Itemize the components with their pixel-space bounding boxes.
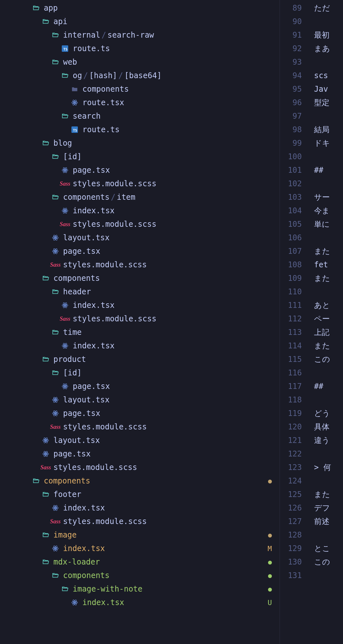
tree-item[interactable]: layout.tsx [23,393,280,407]
tree-item[interactable]: components [23,271,280,285]
tree-item[interactable]: og/[hash]/[base64] [23,69,280,82]
code-line[interactable]: ## [314,163,343,177]
code-line[interactable]: また [314,271,343,285]
code-line[interactable] [314,569,343,582]
tree-item[interactable]: index.tsxU [23,596,280,609]
code-line[interactable]: 上記 [314,326,343,339]
tree-item[interactable]: internal/search-raw [23,28,280,42]
tree-item[interactable]: index.tsx [23,299,280,312]
code-line[interactable]: 今ま [314,204,343,217]
tree-item[interactable]: Sassstyles.module.scss [23,258,280,271]
tree-item[interactable]: app [23,1,280,15]
tree-item[interactable]: TSroute.ts [23,42,280,55]
tree-item-label: styles.module.scss [63,517,147,526]
tree-item[interactable]: mdx-loader [23,555,280,569]
tree-item-label: route.tsx [82,98,124,107]
code-line[interactable]: とこ [314,542,343,555]
tree-item[interactable]: image [23,528,280,542]
code-line[interactable] [314,528,343,542]
code-line[interactable]: 単に [314,217,343,231]
tree-item[interactable]: page.tsx [23,447,280,461]
code-area[interactable]: ただ最初まあscsJav型定結局ドキ## サー今ま単にまたfetまたあとペー上記… [309,0,343,644]
code-line[interactable] [314,474,343,488]
tree-item[interactable]: Sassstyles.module.scss [23,312,280,326]
code-line[interactable]: サー [314,190,343,204]
tree-item[interactable]: [id] [23,366,280,380]
tree-item[interactable]: TSroute.ts [23,123,280,136]
tree-item[interactable]: web [23,55,280,69]
code-line[interactable]: > 何 [314,461,343,474]
code-line[interactable]: 最初 [314,28,343,42]
tree-item[interactable]: components [23,82,280,96]
tree-item[interactable]: Sassstyles.module.scss [23,217,280,231]
code-line[interactable]: 具体 [314,420,343,434]
tree-item[interactable]: page.tsx [23,407,280,420]
code-line[interactable]: fet [314,258,343,271]
code-line[interactable]: 結局 [314,123,343,136]
code-line[interactable] [314,231,343,244]
code-line[interactable] [314,15,343,28]
code-line[interactable]: 型定 [314,96,343,109]
tree-item[interactable]: page.tsx [23,380,280,393]
folder-open-icon [42,558,50,566]
tree-item[interactable]: components [23,474,280,488]
code-line[interactable]: 前述 [314,515,343,528]
code-line[interactable]: デフ [314,501,343,515]
code-line[interactable]: まあ [314,42,343,55]
code-line[interactable] [314,55,343,69]
tree-item[interactable]: page.tsx [23,163,280,177]
tree-item[interactable]: components/item [23,190,280,204]
folder-open-icon [42,491,50,498]
code-line[interactable]: Jav [314,82,343,96]
svg-point-47 [45,453,46,454]
code-line[interactable] [314,109,343,123]
code-line[interactable]: ただ [314,1,343,15]
tree-item[interactable]: search [23,109,280,123]
tree-item[interactable]: header [23,285,280,299]
tree-item[interactable]: blog [23,136,280,150]
tree-item[interactable]: api [23,15,280,28]
code-line[interactable]: ペー [314,312,343,326]
tree-item[interactable]: layout.tsx [23,434,280,447]
tree-item[interactable]: index.tsx [23,501,280,515]
tree-item[interactable]: image-with-note [23,582,280,596]
code-line[interactable] [314,150,343,163]
code-line[interactable] [314,393,343,407]
code-line[interactable]: この [314,353,343,366]
file-explorer[interactable]: appapiinternal/search-rawTSroute.tswebog… [23,0,280,644]
tree-item[interactable]: index.tsx [23,339,280,353]
code-line[interactable]: 違う [314,434,343,447]
code-line[interactable]: どう [314,407,343,420]
tree-item[interactable]: components [23,569,280,582]
code-line[interactable]: scs [314,69,343,82]
tree-item[interactable]: Sassstyles.module.scss [23,515,280,528]
tree-item-label: styles.module.scss [73,314,156,323]
line-number: 129 [280,542,302,555]
code-line[interactable]: ドキ [314,136,343,150]
code-line[interactable]: この [314,555,343,569]
code-line[interactable] [314,366,343,380]
code-line[interactable]: また [314,488,343,501]
tree-item[interactable]: product [23,353,280,366]
tree-item[interactable]: footer [23,488,280,501]
code-line[interactable] [314,285,343,299]
tree-item[interactable]: page.tsx [23,244,280,258]
tree-item[interactable]: route.tsx [23,96,280,109]
code-line[interactable] [314,447,343,461]
tree-item[interactable]: Sassstyles.module.scss [23,420,280,434]
tree-item[interactable]: Sassstyles.module.scss [23,461,280,474]
tree-item-label: image [53,530,77,539]
code-line[interactable]: また [314,339,343,353]
code-line[interactable]: あと [314,299,343,312]
tree-item-label: api [53,17,67,26]
tree-item[interactable]: [id] [23,150,280,163]
editor-pane[interactable]: 8990919293949596979899100101102103104105… [280,0,343,644]
tree-item[interactable]: index.tsx [23,204,280,217]
code-line[interactable] [314,177,343,190]
tree-item[interactable]: layout.tsx [23,231,280,244]
code-line[interactable]: また [314,244,343,258]
tree-item[interactable]: Sassstyles.module.scss [23,177,280,190]
tree-item[interactable]: index.tsxM [23,542,280,555]
tree-item[interactable]: time [23,326,280,339]
code-line[interactable]: ## [314,380,343,393]
